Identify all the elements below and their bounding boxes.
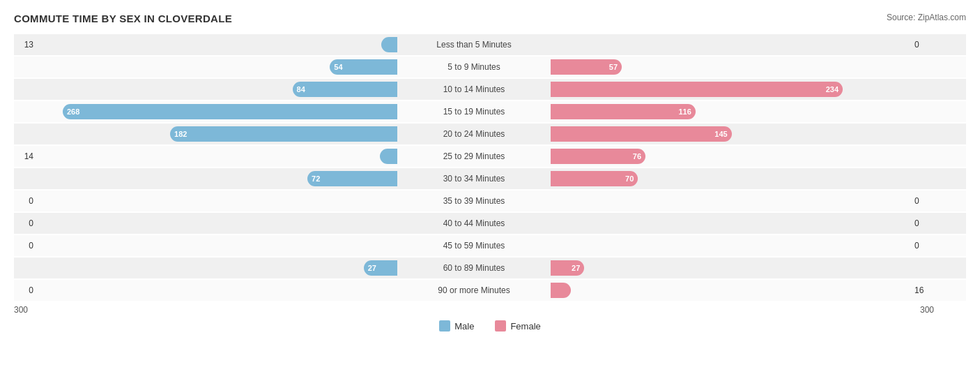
female-bar: 57	[551, 59, 622, 75]
female-bar: 145	[551, 126, 732, 142]
bar-row: 18220 to 24 Minutes145	[14, 124, 966, 144]
left-bar-wrap: 54	[36, 59, 397, 75]
left-bar-wrap: 84	[36, 82, 397, 97]
left-side: 268	[14, 104, 397, 119]
bar-row: 040 to 44 Minutes0	[14, 213, 966, 234]
right-side: 0	[551, 37, 934, 52]
left-bar-wrap: 182	[36, 126, 397, 142]
bar-row: 2760 to 89 Minutes27	[14, 258, 966, 278]
bar-row: 13Less than 5 Minutes0	[14, 34, 966, 55]
right-side: 0	[551, 193, 934, 209]
right-bar-wrap: 70	[551, 171, 912, 186]
bar-row: 8410 to 14 Minutes234	[14, 79, 966, 100]
right-side: 116	[551, 104, 934, 119]
legend-female-box	[495, 320, 506, 332]
time-range-label: Less than 5 Minutes	[397, 40, 551, 50]
chart-row: 18220 to 24 Minutes145	[14, 124, 966, 144]
chart-title: COMMUTE TIME BY SEX IN CLOVERDALE	[14, 13, 966, 24]
left-bar-wrap	[36, 238, 397, 253]
male-value-label: 0	[14, 218, 33, 228]
male-bar: 54	[330, 59, 397, 75]
left-side: 84	[14, 82, 397, 97]
source-label: Source: ZipAtlas.com	[887, 13, 966, 22]
left-bar-wrap: 27	[36, 260, 397, 276]
time-range-label: 35 to 39 Minutes	[397, 196, 551, 206]
chart-row: 8410 to 14 Minutes234	[14, 79, 966, 100]
axis-right-label: 300	[551, 305, 934, 315]
right-side: 0	[551, 216, 934, 231]
male-bar	[381, 37, 397, 52]
left-side: 0	[14, 216, 397, 231]
bar-row: 035 to 39 Minutes0	[14, 191, 966, 211]
right-bar-wrap: 234	[551, 82, 912, 97]
male-bar: 27	[364, 260, 397, 276]
left-side: 13	[14, 37, 397, 52]
male-value-label: 0	[14, 241, 33, 251]
chart-row: 090 or more Minutes16	[14, 280, 966, 301]
female-value-label: 16	[914, 285, 934, 295]
chart-row: 040 to 44 Minutes0	[14, 213, 966, 234]
male-bar: 268	[63, 104, 397, 119]
bar-row: 090 or more Minutes16	[14, 280, 966, 301]
right-bar-wrap: 57	[551, 59, 912, 75]
left-side: 54	[14, 59, 397, 75]
right-side: 76	[551, 149, 934, 164]
time-range-label: 30 to 34 Minutes	[397, 174, 551, 184]
female-bar: 27	[551, 260, 584, 276]
right-side: 0	[551, 238, 934, 253]
chart-row: 26815 to 19 Minutes116	[14, 101, 966, 122]
bar-row: 045 to 59 Minutes0	[14, 235, 966, 256]
chart-row: 1425 to 29 Minutes76	[14, 146, 966, 167]
legend-male-label: Male	[454, 321, 474, 332]
left-side: 14	[14, 149, 397, 164]
time-range-label: 15 to 19 Minutes	[397, 107, 551, 117]
right-side: 234	[551, 82, 934, 97]
female-value-label: 0	[914, 196, 934, 206]
bar-row: 26815 to 19 Minutes116	[14, 101, 966, 122]
male-bar: 84	[293, 82, 397, 97]
right-bar-wrap	[551, 193, 912, 209]
left-side: 0	[14, 238, 397, 253]
left-bar-wrap	[36, 193, 397, 209]
right-bar-wrap	[551, 283, 912, 298]
chart-row: 7230 to 34 Minutes70	[14, 168, 966, 189]
right-side: 27	[551, 260, 934, 276]
right-bar-wrap: 116	[551, 104, 912, 119]
left-bar-wrap: 268	[36, 104, 397, 119]
right-side: 57	[551, 59, 934, 75]
right-side: 145	[551, 126, 934, 142]
chart-row: 035 to 39 Minutes0	[14, 191, 966, 211]
male-bar: 182	[170, 126, 397, 142]
male-bar	[393, 283, 397, 298]
legend-female-label: Female	[510, 321, 540, 332]
male-bar: 72	[307, 171, 397, 186]
female-bar	[551, 216, 555, 231]
female-bar	[551, 238, 555, 253]
right-bar-wrap: 145	[551, 126, 912, 142]
bar-row: 1425 to 29 Minutes76	[14, 146, 966, 167]
left-side: 0	[14, 283, 397, 298]
left-bar-wrap: 72	[36, 171, 397, 186]
male-value-label: 0	[14, 196, 33, 206]
female-bar	[551, 37, 555, 52]
chart-row: 2760 to 89 Minutes27	[14, 258, 966, 278]
right-bar-wrap: 27	[551, 260, 912, 276]
time-range-label: 10 to 14 Minutes	[397, 84, 551, 94]
legend-female: Female	[495, 320, 540, 332]
female-value-label: 0	[914, 40, 934, 50]
bar-row: 545 to 9 Minutes57	[14, 57, 966, 77]
axis-left-label: 300	[14, 305, 397, 315]
male-bar	[380, 149, 397, 164]
male-bar	[393, 193, 397, 209]
chart-row: 545 to 9 Minutes57	[14, 57, 966, 77]
left-bar-wrap	[36, 216, 397, 231]
female-bar	[551, 193, 555, 209]
time-range-label: 40 to 44 Minutes	[397, 218, 551, 228]
left-bar-wrap	[36, 283, 397, 298]
left-side: 72	[14, 171, 397, 186]
time-range-label: 45 to 59 Minutes	[397, 241, 551, 251]
axis-row: 300 300	[14, 305, 966, 315]
right-bar-wrap	[551, 216, 912, 231]
legend: Male Female	[14, 320, 966, 332]
right-side: 16	[551, 283, 934, 298]
